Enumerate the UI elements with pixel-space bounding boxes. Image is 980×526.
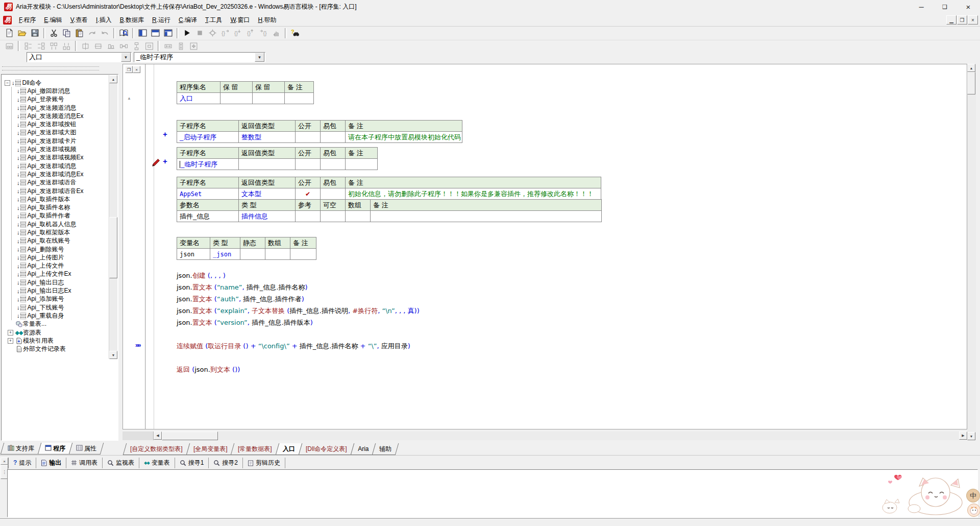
appset-sub-table-cell[interactable] [321,188,346,200]
startup-sub-table-cell[interactable] [296,132,321,143]
tree-item-资源表[interactable]: +◆◆ 资源表 [5,328,118,337]
minimize-button[interactable]: ─ [910,1,933,14]
step-into-button[interactable]: {} [232,27,244,39]
locals-table-cell[interactable] [240,249,265,260]
code-line[interactable]: json.置文本 (“auth”, 插件_信息.插件作者) [177,293,304,305]
locals-table-cell[interactable]: 类 型 [210,237,240,249]
startup-sub-table-cell[interactable]: 返回值类型 [239,121,296,132]
temp-sub-table-cell[interactable] [239,159,296,170]
align-bottom-button[interactable] [60,41,73,51]
editor-hscrollbar[interactable]: ◀ ▶ [122,432,967,440]
fold-plus-icon[interactable]: + [163,157,167,165]
same-height-button[interactable] [175,41,187,51]
tree-scrollbar[interactable]: ▲ ▼ [109,75,117,359]
appset-params-table-cell[interactable] [321,211,346,222]
temp-sub-table-cell[interactable] [296,159,321,170]
appset-params-table-cell[interactable]: 备 注 [371,200,602,211]
tree-item[interactable]: ↓ Api_下线账号 [5,303,118,312]
space-h-button[interactable] [117,41,130,51]
align-top-button[interactable] [47,41,60,51]
pause-hand-button[interactable] [270,27,283,39]
appset-sub-table-cell[interactable]: 返回值类型 [239,177,296,188]
temp-sub-table-cell[interactable]: _临时子程序 [177,159,239,170]
menu-item-W[interactable]: W.窗口 [226,14,254,26]
tree-item[interactable]: ↓ Api_发送群域消息 [5,162,118,170]
subroutine-combo[interactable]: _临时子程序 ▼ [134,52,265,62]
scroll-down-icon[interactable]: ▼ [967,432,975,440]
appset-params-table-cell[interactable]: 参考 [296,200,321,211]
assembly-table-cell[interactable] [253,93,285,104]
assembly-table-cell[interactable]: 保 留 [253,82,285,93]
center-v-button[interactable] [92,41,105,51]
temp-sub-table-cell[interactable] [321,159,346,170]
startup-sub-table-cell[interactable]: 易包 [321,121,346,132]
find-book-button[interactable] [117,27,130,39]
step-over-button[interactable]: {} [219,27,232,39]
mdi-restore-button[interactable]: ❒ [957,15,967,25]
layout-split-button[interactable] [162,27,175,39]
editor-tab-全局变量表[interactable]: [全局变量表] [186,443,234,455]
tree-item-常量表[interactable]: 常量表... [5,320,118,328]
tree-item[interactable]: ↓ Api_取机器人信息 [5,220,118,228]
locals-table-cell[interactable]: 数组 [265,237,290,249]
tree-item[interactable]: ↓ Api_发送群域视频Ex [5,154,118,162]
editor-hscroll-thumb[interactable] [162,432,218,440]
appset-params-table-cell[interactable]: 插件信息 [239,211,296,222]
tree-item[interactable]: ↓ Api_发送群域大图 [5,129,118,137]
panel-tab-输出[interactable]: 输出 [36,458,66,468]
menu-item-H[interactable]: H.帮助 [254,14,280,26]
assembly-table-cell[interactable] [285,93,314,104]
tree-item[interactable]: ↓ Api_取插件作者 [5,212,118,220]
close-button[interactable]: × [957,1,980,14]
appset-params-table-cell[interactable]: 插件_信息 [177,211,239,222]
align-right-button[interactable] [35,41,47,51]
scroll-right-icon[interactable]: ▶ [959,432,967,440]
editor-tab-辅助[interactable]: 辅助 [372,443,399,455]
maximize-button[interactable]: ❑ [933,1,957,14]
assembly-table-cell[interactable]: 备 注 [285,82,314,93]
appset-sub-table-cell[interactable]: 公开 [296,177,321,188]
tree-item[interactable]: ↓ Api_发送群域语音Ex [5,187,118,195]
scroll-left-icon[interactable]: ◀ [154,432,162,440]
tree-item[interactable]: ↓ Api_发送群域按钮 [5,120,118,128]
menu-item-C[interactable]: C.编译 [175,14,201,26]
center-window-button[interactable] [143,41,156,51]
copy-button[interactable] [60,27,73,39]
tree-item-外部文件记录表[interactable]: 外部文件记录表 [5,345,118,353]
same-size-button[interactable] [187,41,200,51]
assembly-table-cell[interactable]: 保 留 [220,82,253,93]
tree-item-root[interactable]: −↓ Dll命令 [5,79,118,87]
chevron-down-icon[interactable]: ▼ [121,53,131,62]
same-width-button[interactable] [162,41,175,51]
center-h-button[interactable] [79,41,92,51]
assembly-table-cell[interactable]: 程序集名 [177,82,220,93]
locals-table-cell[interactable] [265,249,290,260]
tree-item[interactable]: ↓ Api_上传文件Ex [5,270,118,278]
startup-sub-table-cell[interactable]: 公开 [296,121,321,132]
locals-table-cell[interactable]: 变量名 [177,237,210,249]
menu-item-B[interactable]: B.数据库 [116,14,148,26]
chevron-down-icon[interactable]: ▼ [255,53,264,62]
tree-item[interactable]: ↓ Api_发送群域视频 [5,145,118,153]
redo-button[interactable] [86,27,99,39]
tree-item[interactable]: ↓ Api_添加账号 [5,295,118,303]
tree-item[interactable]: ↓ Api_发送群域卡片 [5,137,118,145]
debug-button[interactable] [206,27,219,39]
appset-sub-table-cell[interactable]: 易包 [321,177,346,188]
tree-item[interactable]: ↓ Api_输出日志 [5,278,118,286]
appset-sub-table-cell[interactable]: 文本型 [239,188,296,200]
assembly-table-cell[interactable] [220,93,253,104]
form-grid-button[interactable] [3,41,16,51]
pet-widget-badge[interactable] [967,504,980,517]
tree-item[interactable]: ↓ Api_删除账号 [5,245,118,253]
tree-item[interactable]: ↓ Api_上传文件 [5,262,118,270]
undo-button[interactable] [99,27,111,39]
appset-params-table-cell[interactable] [346,211,371,222]
tree-item-模块引用表[interactable]: + 模块引用表 [5,337,118,345]
appset-params-table-cell[interactable]: 参数名 [177,200,239,211]
appset-params-table-cell[interactable] [371,211,602,222]
code-line[interactable]: 连续赋值 (取运行目录 () + “\config\” + 插件_信息.插件名称… [177,340,410,352]
scroll-down-icon[interactable]: ▼ [109,351,117,359]
locals-table-cell[interactable]: json [177,249,210,260]
code-line[interactable]: json.置文本 (“version”, 插件_信息.插件版本) [177,317,313,328]
